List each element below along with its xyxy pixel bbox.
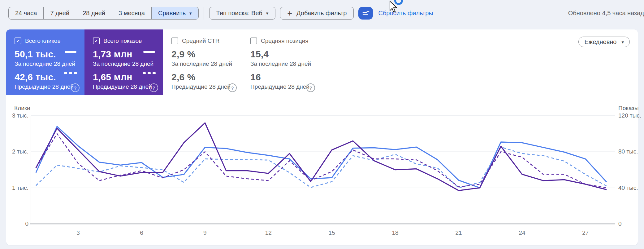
right-axis-tick: 0 <box>618 220 622 227</box>
metric-current-value: 1,73 млн <box>93 49 163 60</box>
search-type-label: Тип поиска: Веб <box>216 10 262 17</box>
metric-previous-value: 16 <box>250 72 320 82</box>
toolbar-divider <box>204 7 204 20</box>
top-border <box>0 3 644 3</box>
metric-title: Всего показов <box>103 38 142 44</box>
left-axis-tick: 0 <box>6 220 28 227</box>
add-filter-button[interactable]: + Добавить фильтр <box>280 7 354 20</box>
previous-period-line-icon <box>143 72 156 74</box>
date-range-2[interactable]: 7 дней <box>43 7 76 19</box>
date-range-3[interactable]: 28 дней <box>76 7 112 19</box>
left-axis-tick: 2 тыс. <box>6 148 28 155</box>
x-axis-tick: 3 <box>76 229 80 236</box>
compare-button[interactable]: Сравнить▾ <box>151 7 198 19</box>
metric-current-caption: За последние 28 дней <box>250 60 320 67</box>
metric-current-caption: За последние 28 дней <box>93 60 163 67</box>
current-period-line-icon <box>143 51 155 53</box>
help-icon[interactable]: ? <box>149 83 158 92</box>
help-icon[interactable]: ? <box>306 83 315 92</box>
metric-current-caption: За последние 28 дней <box>15 60 84 67</box>
x-axis-tick: 6 <box>140 229 143 236</box>
x-axis-tick: 27 <box>582 229 589 236</box>
right-axis-tick: 40 тыс. <box>618 185 638 191</box>
metric-tile-3[interactable]: Средний CTR2,9 %За последние 28 дней2,6 … <box>163 29 242 95</box>
chevron-down-icon: ▾ <box>621 40 624 44</box>
current-period-line-icon <box>65 51 76 53</box>
metric-tiles: ✓Всего кликов50,1 тыс.За последние 28 дн… <box>6 29 320 95</box>
chevron-down-icon: ▾ <box>266 11 269 16</box>
date-range-group: 24 часа7 дней28 дней3 месяцаСравнить▾ <box>8 7 199 20</box>
x-axis-tick: 18 <box>392 229 399 236</box>
previous-period-line-icon <box>64 72 77 74</box>
x-axis-tick: 9 <box>203 229 207 236</box>
add-filter-label: Добавить фильтр <box>296 10 347 17</box>
metric-tile-4[interactable]: Средняя позиция15,4За последние 28 дней1… <box>242 29 320 95</box>
search-type-button[interactable]: Тип поиска: Веб ▾ <box>209 7 276 20</box>
compare-label: Сравнить <box>158 10 186 17</box>
granularity-label: Ежедневно <box>584 38 616 46</box>
metric-title: Средняя позиция <box>261 38 309 44</box>
metric-previous-value: 2,6 % <box>171 72 242 82</box>
x-axis-tick: 24 <box>519 229 525 236</box>
metric-tile-1[interactable]: ✓Всего кликов50,1 тыс.За последние 28 дн… <box>6 29 84 95</box>
date-range-1[interactable]: 24 часа <box>9 7 43 19</box>
right-axis-tick: 80 тыс. <box>618 148 638 155</box>
chart-region[interactable] <box>31 116 614 224</box>
toolbar: 24 часа7 дней28 дней3 месяцаСравнить▾ Ти… <box>8 7 433 20</box>
metric-current-value: 50,1 тыс. <box>15 49 84 60</box>
unchecked-checkbox[interactable] <box>250 38 257 44</box>
granularity-dropdown[interactable]: Ежедневно ▾ <box>578 37 630 47</box>
right-axis-title: Показы <box>618 105 639 112</box>
updated-status: Обновлено 4,5 часа назад <box>568 10 644 17</box>
metric-current-value: 15,4 <box>250 49 320 60</box>
metric-title: Всего кликов <box>25 38 61 44</box>
left-axis-tick: 3 тыс. <box>6 112 28 119</box>
metric-title: Средний CTR <box>182 38 220 44</box>
metric-current-value: 2,9 % <box>171 49 242 60</box>
right-axis-tick: 120 тыс. <box>618 112 641 119</box>
help-icon[interactable]: ? <box>71 83 80 92</box>
left-axis-title: Клики <box>14 105 30 112</box>
performance-screen: 24 часа7 дней28 дней3 месяцаСравнить▾ Ти… <box>0 0 644 249</box>
checked-checkbox[interactable]: ✓ <box>93 38 100 44</box>
checked-checkbox[interactable]: ✓ <box>15 38 21 44</box>
help-icon[interactable]: ? <box>228 83 237 92</box>
x-axis-tick: 12 <box>265 229 272 236</box>
filter-settings-button[interactable] <box>358 7 373 20</box>
metric-current-caption: За последние 28 дней <box>171 60 242 67</box>
metric-tile-2[interactable]: ✓Всего показов1,73 млнЗа последние 28 дн… <box>84 29 163 95</box>
tune-sparkle-icon <box>361 9 370 17</box>
left-axis-tick: 1 тыс. <box>6 185 28 191</box>
reset-filters-link[interactable]: Сбросить фильтры <box>378 7 433 20</box>
x-axis-tick: 21 <box>455 229 462 236</box>
chevron-down-icon: ▾ <box>189 11 192 16</box>
unchecked-checkbox[interactable] <box>171 38 178 44</box>
date-range-4[interactable]: 3 месяца <box>112 7 151 19</box>
x-axis-tick: 15 <box>329 229 335 236</box>
